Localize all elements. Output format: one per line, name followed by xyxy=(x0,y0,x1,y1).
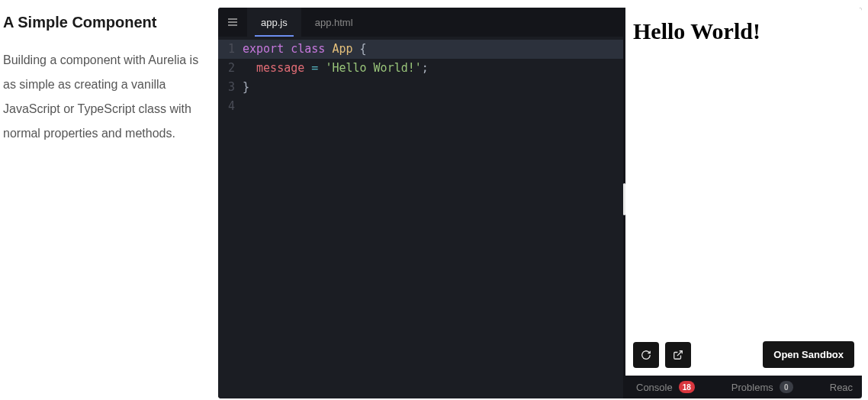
line-number: 4 xyxy=(218,97,243,116)
code-line[interactable]: 1export class App { xyxy=(218,40,623,59)
code-sandbox: app.jsapp.html 1export class App {2 mess… xyxy=(218,8,862,398)
editor-pane: app.jsapp.html 1export class App {2 mess… xyxy=(218,8,623,398)
code-content: } xyxy=(243,78,249,97)
problems-badge: 0 xyxy=(780,381,793,393)
code-content: export class App { xyxy=(243,40,367,59)
preview-body: Hello World! xyxy=(625,8,862,334)
preview-actions: Open Sandbox xyxy=(625,334,862,376)
problems-label: Problems xyxy=(731,382,773,393)
react-label: Reac xyxy=(830,382,853,393)
code-line[interactable]: 4 xyxy=(218,97,623,116)
line-number: 2 xyxy=(218,59,243,78)
console-badge: 18 xyxy=(679,381,695,393)
open-sandbox-button[interactable]: Open Sandbox xyxy=(763,341,854,368)
menu-icon[interactable] xyxy=(218,16,247,28)
react-tab[interactable]: Reac xyxy=(830,382,853,393)
problems-tab[interactable]: Problems 0 xyxy=(731,381,793,393)
console-tab[interactable]: Console 18 xyxy=(636,381,695,393)
bottom-bar: Console 18 Problems 0 Reac xyxy=(625,376,862,398)
code-line[interactable]: 2 message = 'Hello World!'; xyxy=(218,59,623,78)
article-body: Building a component with Aurelia is as … xyxy=(3,48,201,146)
line-number: 1 xyxy=(218,40,243,59)
svg-line-3 xyxy=(677,350,682,355)
code-line[interactable]: 3} xyxy=(218,78,623,97)
tab-bar: app.jsapp.html xyxy=(218,8,623,37)
article-heading: A Simple Component xyxy=(3,14,201,31)
code-content: message = 'Hello World!'; xyxy=(243,59,429,78)
code-editor[interactable]: 1export class App {2 message = 'Hello Wo… xyxy=(218,37,623,398)
preview-output: Hello World! xyxy=(633,18,854,44)
tab-app-html[interactable]: app.html xyxy=(301,8,367,37)
console-label: Console xyxy=(636,382,673,393)
refresh-button[interactable] xyxy=(633,342,659,368)
line-number: 3 xyxy=(218,78,243,97)
tab-app-js[interactable]: app.js xyxy=(247,8,301,37)
preview-pane: Hello World! Open Sandbox Console 18 Pro… xyxy=(623,8,862,398)
open-external-icon[interactable] xyxy=(665,342,691,368)
article-sidebar: A Simple Component Building a component … xyxy=(0,0,218,400)
pane-resize-handle[interactable] xyxy=(623,183,625,215)
